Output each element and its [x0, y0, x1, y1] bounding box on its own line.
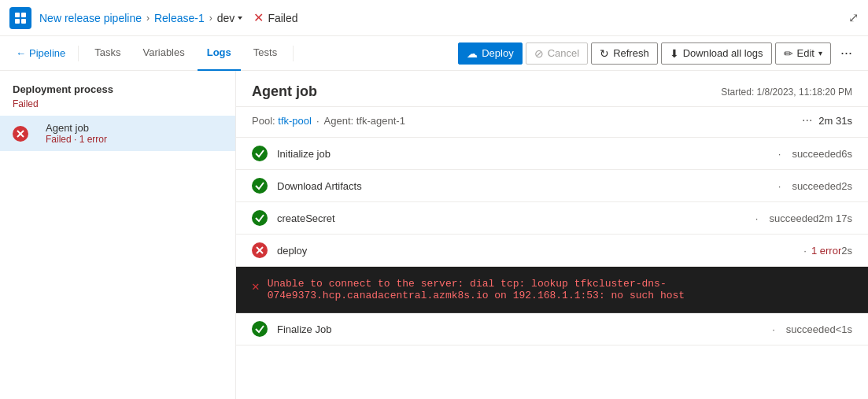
nav-divider-1 [78, 46, 79, 61]
svg-rect-0 [15, 13, 20, 17]
error-x-icon: ✕ [252, 279, 260, 294]
agent-job-title: Agent job [252, 83, 317, 100]
step-row-download[interactable]: Download Artifacts · succeeded 2s [236, 170, 868, 202]
sidebar-failed-icon [13, 126, 28, 142]
step-name-0: Initialize job [277, 148, 774, 160]
sidebar: Deployment process Failed Agent job Fail… [0, 71, 236, 399]
pool-sep: · [316, 115, 319, 127]
pool-link[interactable]: tfk-pool [278, 115, 312, 127]
sidebar-section-title: Deployment process [0, 80, 235, 98]
back-arrow-icon: ← [16, 47, 26, 59]
nav-actions: ☁ Deploy ⊘ Cancel ↻ Refresh ⬇ Download a… [458, 41, 859, 65]
sidebar-item-name: Agent job [46, 122, 107, 134]
tab-tasks[interactable]: Tasks [85, 36, 130, 71]
edit-chevron-icon: ▾ [818, 49, 822, 57]
breadcrumb: New release pipeline › Release-1 › dev ✕… [39, 10, 298, 25]
deploy-icon: ☁ [467, 47, 478, 60]
expand-button[interactable]: ⤢ [848, 10, 859, 25]
duration-label: 2m 31s [818, 115, 852, 127]
more-dots-icon: ··· [840, 45, 852, 61]
refresh-button[interactable]: ↻ Refresh [591, 42, 658, 65]
tab-variables[interactable]: Variables [134, 36, 194, 71]
cancel-label: Cancel [548, 47, 579, 59]
error-block: ✕ Unable to connect to the server: dial … [236, 267, 868, 313]
topbar-right: ⤢ [848, 10, 859, 25]
step-row-deploy[interactable]: deploy · 1 error 2s [236, 235, 868, 267]
cancel-icon: ⊘ [534, 47, 544, 60]
step-duration-1: 2s [841, 180, 852, 192]
svg-rect-1 [21, 13, 26, 17]
tab-logs[interactable]: Logs [198, 36, 241, 71]
status-badge: ✕ Failed [253, 10, 297, 25]
failed-icon: ✕ [253, 10, 264, 25]
breadcrumb-sep-2: › [209, 13, 212, 24]
error-inner: ✕ Unable to connect to the server: dial … [252, 278, 852, 301]
agent-label: Agent: [324, 115, 354, 127]
sidebar-section-status: Failed [0, 98, 235, 116]
step-name-3: deploy [277, 245, 799, 257]
back-pipeline-button[interactable]: ← Pipeline [9, 36, 72, 71]
step-duration-2: 2m 17s [818, 212, 852, 224]
navbar: ← Pipeline Tasks Variables Logs Tests ☁ … [0, 36, 868, 71]
agent-pool-row: Pool: tfk-pool · Agent: tfk-agent-1 ··· … [236, 107, 868, 138]
agent-duration: ··· 2m 31s [802, 113, 852, 127]
step-error-label-3: 1 error [811, 245, 841, 257]
step-success-icon-2 [252, 210, 268, 226]
breadcrumb-pipeline[interactable]: New release pipeline [39, 12, 142, 24]
sidebar-item-agent-job[interactable]: Agent job Failed · 1 error [0, 116, 235, 151]
env-dropdown[interactable]: dev [217, 12, 245, 24]
download-label: Download all logs [683, 47, 763, 59]
env-label: dev [217, 12, 235, 24]
step-status-1: succeeded [792, 180, 841, 192]
edit-button[interactable]: ✏ Edit ▾ [775, 42, 831, 65]
deploy-label: Deploy [482, 47, 513, 59]
edit-label: Edit [797, 47, 814, 59]
step-dot-1: · [778, 180, 781, 192]
agent-more-button[interactable]: ··· [802, 113, 812, 127]
sidebar-item-sub: Failed · 1 error [46, 134, 107, 145]
download-icon: ⬇ [670, 47, 679, 60]
step-row-finalize[interactable]: Finalize Job · succeeded <1s [236, 313, 868, 345]
step-status-0: succeeded [792, 148, 841, 160]
svg-rect-3 [21, 19, 26, 24]
tab-tests[interactable]: Tests [244, 36, 286, 71]
step-success-icon-0 [252, 146, 268, 161]
error-message: Unable to connect to the server: dial tc… [268, 278, 852, 301]
back-label: Pipeline [29, 47, 65, 59]
breadcrumb-sep-1: › [146, 13, 150, 24]
step-dot-4: · [772, 323, 775, 335]
step-success-icon-1 [252, 178, 268, 194]
step-dot-3: · [803, 245, 807, 257]
download-button[interactable]: ⬇ Download all logs [661, 42, 772, 65]
sidebar-item-info: Agent job Failed · 1 error [46, 122, 107, 145]
step-duration-3: 2s [841, 245, 852, 257]
step-name-1: Download Artifacts [277, 180, 774, 192]
pool-label: Pool: [252, 115, 275, 127]
cancel-button[interactable]: ⊘ Cancel [526, 42, 588, 65]
content: Agent job Started: 1/8/2023, 11:18:20 PM… [236, 71, 868, 399]
step-status-2: succeeded [769, 212, 818, 224]
agent-header: Agent job Started: 1/8/2023, 11:18:20 PM [236, 71, 868, 107]
nav-divider-2 [293, 46, 294, 61]
step-failed-icon-3 [252, 242, 268, 258]
breadcrumb-release[interactable]: Release-1 [154, 12, 205, 24]
step-duration-4: <1s [836, 323, 852, 335]
svg-rect-2 [15, 19, 20, 24]
step-name-4: Finalize Job [277, 323, 767, 335]
step-row-createsecret[interactable]: createSecret · succeeded 2m 17s [236, 202, 868, 235]
deploy-button[interactable]: ☁ Deploy [458, 42, 522, 65]
edit-icon: ✏ [784, 47, 793, 60]
app-icon [9, 7, 31, 29]
step-row-initialize[interactable]: Initialize job · succeeded 6s [236, 138, 868, 170]
step-dot-2: · [755, 212, 759, 224]
agent-started: Started: 1/8/2023, 11:18:20 PM [721, 87, 852, 98]
step-dot-0: · [778, 148, 781, 160]
main-layout: Deployment process Failed Agent job Fail… [0, 71, 868, 399]
step-success-icon-4 [252, 321, 268, 337]
refresh-label: Refresh [613, 47, 649, 59]
more-options-button[interactable]: ··· [834, 41, 859, 65]
step-status-4: succeeded [786, 323, 836, 335]
step-name-2: createSecret [277, 212, 751, 224]
refresh-icon: ↻ [600, 47, 609, 60]
steps-list: Initialize job · succeeded 6s Download A… [236, 138, 868, 345]
